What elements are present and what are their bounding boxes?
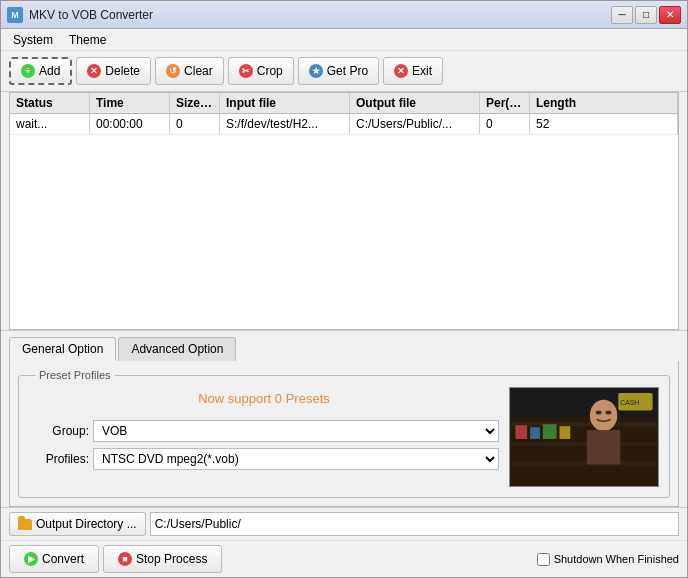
options-panel: Preset Profiles Now support 0 Presets Gr… [9, 361, 679, 507]
output-dir-label: Output Directory ... [36, 517, 137, 531]
svg-rect-3 [511, 442, 658, 446]
add-button[interactable]: + Add [9, 57, 72, 85]
col-header-length: Length [530, 93, 678, 113]
exit-button[interactable]: ✕ Exit [383, 57, 443, 85]
minimize-button[interactable]: ─ [611, 6, 633, 24]
stop-label: Stop Process [136, 552, 207, 566]
row-time: 00:00:00 [90, 114, 170, 134]
tab-general[interactable]: General Option [9, 337, 116, 361]
menu-theme[interactable]: Theme [61, 31, 114, 49]
crop-label: Crop [257, 64, 283, 78]
tab-advanced[interactable]: Advanced Option [118, 337, 236, 361]
getpro-button[interactable]: ★ Get Pro [298, 57, 379, 85]
row-size: 0 [170, 114, 220, 134]
exit-icon: ✕ [394, 64, 408, 78]
exit-label: Exit [412, 64, 432, 78]
col-header-per: Per(%) [480, 93, 530, 113]
col-header-size: Size(... [170, 93, 220, 113]
file-list-container: Status Time Size(... Input file Output f… [9, 92, 679, 330]
table-row[interactable]: wait... 00:00:00 0 S:/f/dev/test/H2... C… [10, 114, 678, 135]
file-list-body: wait... 00:00:00 0 S:/f/dev/test/H2... C… [10, 114, 678, 329]
add-icon: + [21, 64, 35, 78]
stop-icon: ■ [118, 552, 132, 566]
toolbar: + Add ✕ Delete ↺ Clear ✂ Crop ★ Get Pro … [1, 51, 687, 92]
convert-icon: ▶ [24, 552, 38, 566]
row-input: S:/f/dev/test/H2... [220, 114, 350, 134]
svg-point-12 [606, 411, 612, 415]
row-output: C:/Users/Public/... [350, 114, 480, 134]
group-label: Group: [29, 424, 89, 438]
preset-content: Now support 0 Presets Group: VOB Profile… [29, 387, 659, 487]
folder-icon [18, 519, 32, 530]
svg-rect-6 [530, 427, 540, 439]
window-title: MKV to VOB Converter [29, 8, 611, 22]
clear-label: Clear [184, 64, 213, 78]
shutdown-area: Shutdown When Finished [537, 553, 679, 566]
getpro-icon: ★ [309, 64, 323, 78]
menu-bar: System Theme [1, 29, 687, 51]
shutdown-checkbox[interactable] [537, 553, 550, 566]
stop-process-button[interactable]: ■ Stop Process [103, 545, 222, 573]
svg-rect-7 [543, 424, 557, 439]
action-bar: ▶ Convert ■ Stop Process Shutdown When F… [1, 540, 687, 577]
group-row: Group: VOB [29, 420, 499, 442]
preview-image: CASH [509, 387, 659, 487]
file-list-header: Status Time Size(... Input file Output f… [10, 93, 678, 114]
row-per: 0 [480, 114, 530, 134]
profiles-select[interactable]: NTSC DVD mpeg2(*.vob) [93, 448, 499, 470]
clear-button[interactable]: ↺ Clear [155, 57, 224, 85]
crop-button[interactable]: ✂ Crop [228, 57, 294, 85]
convert-button[interactable]: ▶ Convert [9, 545, 99, 573]
title-bar: M MKV to VOB Converter ─ □ ✕ [1, 1, 687, 29]
clear-icon: ↺ [166, 64, 180, 78]
delete-label: Delete [105, 64, 140, 78]
shutdown-label: Shutdown When Finished [554, 553, 679, 565]
menu-system[interactable]: System [5, 31, 61, 49]
col-header-input: Input file [220, 93, 350, 113]
svg-text:CASH: CASH [620, 399, 639, 406]
delete-button[interactable]: ✕ Delete [76, 57, 151, 85]
svg-rect-8 [560, 426, 571, 439]
output-dir-button[interactable]: Output Directory ... [9, 512, 146, 536]
profiles-row: Profiles: NTSC DVD mpeg2(*.vob) [29, 448, 499, 470]
app-icon: M [7, 7, 23, 23]
col-header-status: Status [10, 93, 90, 113]
add-label: Add [39, 64, 60, 78]
tabs-area: General Option Advanced Option [1, 330, 687, 361]
tab-bar: General Option Advanced Option [9, 337, 679, 361]
preset-left: Now support 0 Presets Group: VOB Profile… [29, 387, 499, 476]
svg-point-9 [590, 400, 617, 431]
col-header-output: Output file [350, 93, 480, 113]
svg-rect-4 [511, 462, 658, 466]
main-window: M MKV to VOB Converter ─ □ ✕ System Them… [0, 0, 688, 578]
crop-icon: ✂ [239, 64, 253, 78]
group-select[interactable]: VOB [93, 420, 499, 442]
profiles-label: Profiles: [29, 452, 89, 466]
window-controls: ─ □ ✕ [611, 6, 681, 24]
output-dir-bar: Output Directory ... [1, 507, 687, 540]
preset-profiles-group: Preset Profiles Now support 0 Presets Gr… [18, 369, 670, 498]
svg-rect-2 [511, 422, 658, 426]
svg-rect-10 [587, 430, 620, 464]
delete-icon: ✕ [87, 64, 101, 78]
col-header-time: Time [90, 93, 170, 113]
output-path-input[interactable] [150, 512, 679, 536]
preset-message: Now support 0 Presets [29, 387, 499, 410]
close-button[interactable]: ✕ [659, 6, 681, 24]
getpro-label: Get Pro [327, 64, 368, 78]
convert-label: Convert [42, 552, 84, 566]
row-length: 52 [530, 114, 678, 134]
row-status: wait... [10, 114, 90, 134]
svg-point-11 [596, 411, 602, 415]
svg-rect-5 [515, 425, 527, 439]
maximize-button[interactable]: □ [635, 6, 657, 24]
preset-profiles-legend: Preset Profiles [35, 369, 115, 381]
